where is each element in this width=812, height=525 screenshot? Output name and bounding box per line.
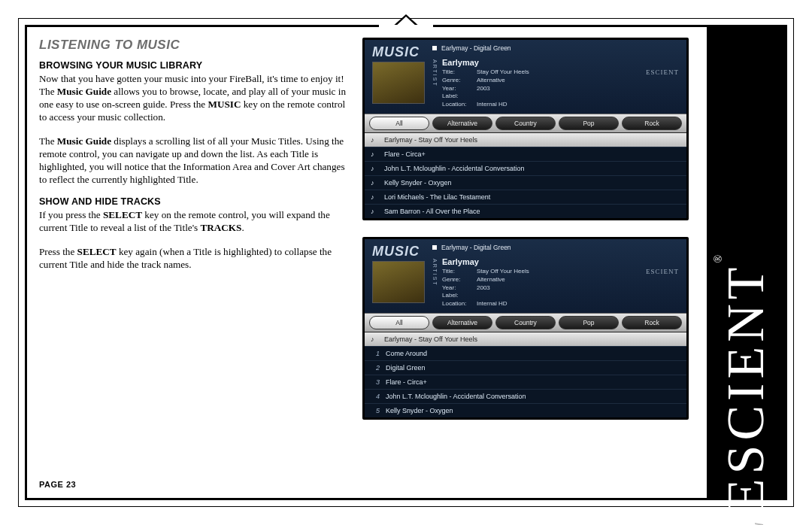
track-list: ♪Earlymay - Stay Off Your Heels 1Come Ar… <box>365 332 686 417</box>
screen-title: MUSIC <box>372 244 425 259</box>
list-item[interactable]: 5Kelly Snyder - Oxygen <box>365 404 686 417</box>
para-3: If you press the SELECT key on the remot… <box>39 208 347 234</box>
tab-alternative[interactable]: Alternative <box>432 316 492 329</box>
meta-block: Title:Stay Off Your Heels Genre:Alternat… <box>442 268 529 308</box>
list-item[interactable]: ♪Earlymay - Stay Off Your Heels <box>365 133 686 147</box>
list-item[interactable]: 4John L.T. Mcloughlin - Accidental Conve… <box>365 390 686 404</box>
list-item[interactable]: ♪Sam Barron - All Over the Place <box>365 205 686 218</box>
tab-pop[interactable]: Pop <box>559 316 619 329</box>
meta-block: Title:Stay Off Your Heels Genre:Alternat… <box>442 68 529 109</box>
now-playing: Earlymay - Digital Green <box>432 44 680 52</box>
genre-tabs: All Alternative Country Pop Rock <box>365 114 686 133</box>
list-item[interactable]: 2Digital Green <box>365 361 686 375</box>
list-item[interactable]: ♪Flare - Circa+ <box>365 147 686 162</box>
artist-vertical-label: ARTIST <box>432 257 438 308</box>
cover-art <box>372 261 425 303</box>
now-playing: Earlymay - Digital Green <box>432 244 680 251</box>
tab-alternative[interactable]: Alternative <box>432 117 492 130</box>
page-number: PAGE 23 <box>39 480 76 489</box>
para-4: Press the SELECT key again (when a Title… <box>39 245 347 271</box>
artist-name: Earlymay <box>442 58 529 67</box>
tab-all[interactable]: All <box>369 316 429 329</box>
panel-brand-logo: ESCIENT <box>646 268 679 275</box>
subheading-tracks: SHOW AND HIDE TRACKS <box>39 196 347 207</box>
tab-rock[interactable]: Rock <box>622 117 682 130</box>
tab-pop[interactable]: Pop <box>559 117 619 130</box>
list-item[interactable]: ♪Kelly Snyder - Oxygen <box>365 176 686 190</box>
tab-country[interactable]: Country <box>495 117 556 130</box>
tab-country[interactable]: Country <box>495 316 556 329</box>
artist-vertical-label: ARTIST <box>432 58 438 109</box>
list-item[interactable]: ♪John L.T. Mcloughlin - Accidental Conve… <box>365 162 686 176</box>
subheading-browsing: BROWSING YOUR MUSIC LIBRARY <box>39 60 347 71</box>
para-1: Now that you have gotten your music into… <box>39 72 347 124</box>
list-item[interactable]: ♪Earlymay - Stay Off Your Heels <box>365 332 686 347</box>
list-item[interactable]: 1Come Around <box>365 347 686 361</box>
genre-tabs: All Alternative Country Pop Rock <box>365 313 686 332</box>
tab-rock[interactable]: Rock <box>622 316 682 329</box>
list-item[interactable]: ♪Lori Michaels - The Lilac Testament <box>365 190 686 205</box>
artist-name: Earlymay <box>442 257 529 266</box>
list-item[interactable]: 3Flare - Circa+ <box>365 375 686 390</box>
music-guide-screenshot-1: MUSIC Earlymay - Digital Green ARTIST Ea… <box>362 38 689 220</box>
para-2: The Music Guide displays a scrolling lis… <box>39 135 347 187</box>
tab-all[interactable]: All <box>369 117 429 130</box>
screen-title: MUSIC <box>372 44 425 60</box>
cover-art <box>372 62 425 104</box>
music-guide-screenshot-2: MUSIC Earlymay - Digital Green ARTIST Ea… <box>362 237 689 420</box>
section-title: LISTENING TO MUSIC <box>39 38 347 53</box>
title-list: ♪Earlymay - Stay Off Your Heels ♪Flare -… <box>365 133 686 218</box>
panel-brand-logo: ESCIENT <box>646 68 679 76</box>
